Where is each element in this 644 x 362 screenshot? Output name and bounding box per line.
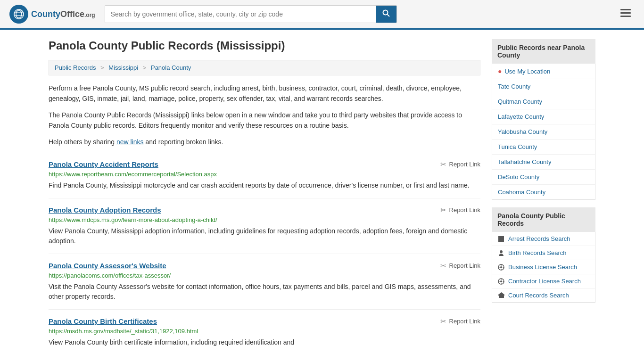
sidebar-county-coahoma[interactable]: Coahoma County: [492, 185, 595, 199]
header-right: [617, 6, 635, 22]
description-3: Help others by sharing new links and rep…: [49, 137, 480, 147]
logo-icon: [9, 5, 28, 24]
record-title[interactable]: Panola County Assessor's Website: [49, 262, 166, 270]
court-icon: [498, 292, 504, 299]
use-location-label: Use My Location: [504, 68, 550, 75]
sidebar-county-lafayette[interactable]: Lafayette County: [492, 109, 595, 124]
contractor-icon: [498, 278, 504, 285]
sidebar-nearby-content: ● Use My Location Tate County Quitman Co…: [492, 64, 595, 200]
record-url[interactable]: https://www.reportbeam.com/ecommerceport…: [49, 171, 480, 178]
description-3-prefix: Help others by sharing: [49, 138, 116, 146]
svg-point-4: [383, 10, 388, 15]
svg-point-17: [500, 280, 502, 282]
breadcrumb-mississippi[interactable]: Mississippi: [108, 64, 138, 71]
page-container: Panola County Public Records (Mississipp…: [39, 30, 605, 362]
birth-records-label: Birth Records Search: [508, 249, 567, 256]
breadcrumb: Public Records > Mississippi > Panola Co…: [49, 60, 480, 75]
business-icon: [498, 264, 504, 271]
search-button[interactable]: [376, 6, 396, 23]
sidebar-records-section: Panola County Public Records Arrest Reco…: [492, 207, 595, 303]
record-item: Panola County Accident Reports ✂ Report …: [49, 153, 480, 198]
record-header: Panola County Adoption Records ✂ Report …: [49, 206, 480, 214]
sidebar-record-contractor[interactable]: Contractor License Search: [492, 274, 595, 288]
sidebar-county-desoto[interactable]: DeSoto County: [492, 170, 595, 185]
sidebar-county-yalobusha[interactable]: Yalobusha County: [492, 124, 595, 140]
site-header: CountyOffice.org: [0, 0, 644, 30]
sidebar-record-birth[interactable]: Birth Records Search: [492, 246, 595, 260]
breadcrumb-panola-county[interactable]: Panola County: [151, 64, 191, 71]
court-records-label: Court Records Search: [508, 292, 569, 299]
sidebar-county-tunica[interactable]: Tunica County: [492, 140, 595, 155]
report-link-button[interactable]: ✂ Report Link: [440, 206, 480, 214]
svg-point-9: [500, 250, 503, 253]
search-input[interactable]: [105, 6, 376, 23]
svg-marker-24: [498, 292, 504, 295]
record-header: Panola County Accident Reports ✂ Report …: [49, 160, 480, 169]
record-desc: Find Panola County, Mississippi motorcyc…: [49, 181, 480, 190]
sidebar-county-tallahatchie[interactable]: Tallahatchie County: [492, 155, 595, 170]
sidebar-records-content: Arrest Records Search Birth Records Sear…: [492, 232, 595, 303]
page-title: Panola County Public Records (Mississipp…: [49, 39, 480, 52]
svg-rect-7: [620, 12, 631, 14]
record-header: Panola County Birth Certificates ✂ Repor…: [49, 317, 480, 326]
use-my-location-link[interactable]: ● Use My Location: [492, 64, 595, 79]
description-2: The Panola County Public Records (Missis…: [49, 110, 480, 131]
sidebar-records-title: Panola County Public Records: [492, 207, 595, 232]
record-header: Panola County Assessor's Website ✂ Repor…: [49, 262, 480, 270]
record-title[interactable]: Panola County Birth Certificates: [49, 317, 157, 325]
sidebar-record-business[interactable]: Business License Search: [492, 260, 595, 274]
record-url[interactable]: https://msdh.ms.gov/msdhsite/_static/31,…: [49, 328, 480, 335]
report-link-label: Report Link: [449, 262, 480, 269]
sidebar: Public Records near Panola County ● Use …: [492, 39, 595, 355]
svg-rect-23: [498, 295, 504, 296]
record-url[interactable]: https://panolacoms.com/offices/tax-asses…: [49, 272, 480, 279]
svg-rect-6: [620, 9, 631, 10]
sidebar-county-quitman[interactable]: Quitman County: [492, 94, 595, 109]
report-icon: ✂: [440, 262, 446, 270]
svg-rect-8: [620, 16, 631, 17]
svg-point-11: [500, 266, 502, 268]
record-desc: View Panola County, Mississippi adoption…: [49, 226, 480, 246]
record-desc: Visit the Panola County Assessor's websi…: [49, 282, 480, 302]
report-link-button[interactable]: ✂ Report Link: [440, 160, 480, 169]
record-item: Panola County Birth Certificates ✂ Repor…: [49, 310, 480, 355]
report-link-label: Report Link: [449, 161, 480, 168]
breadcrumb-sep-1: >: [100, 64, 104, 71]
logo-text: CountyOffice.org: [31, 9, 95, 19]
report-icon: ✂: [440, 317, 446, 326]
description-3-suffix: and reporting broken links.: [144, 138, 223, 146]
location-pin-icon: ●: [498, 67, 502, 75]
site-logo[interactable]: CountyOffice.org: [9, 5, 95, 24]
menu-button[interactable]: [617, 6, 635, 22]
report-link-label: Report Link: [449, 206, 480, 214]
report-icon: ✂: [440, 160, 446, 169]
report-link-button[interactable]: ✂ Report Link: [440, 317, 480, 326]
description-1: Perform a free Panola County, MS public …: [49, 83, 480, 104]
record-title[interactable]: Panola County Adoption Records: [49, 206, 161, 214]
report-link-label: Report Link: [449, 318, 480, 325]
contractor-records-label: Contractor License Search: [508, 278, 581, 285]
sidebar-county-tate[interactable]: Tate County: [492, 79, 595, 94]
arrest-icon: [498, 236, 504, 242]
record-item: Panola County Adoption Records ✂ Report …: [49, 198, 480, 254]
sidebar-record-arrest[interactable]: Arrest Records Search: [492, 232, 595, 246]
record-url[interactable]: https://www.mdcps.ms.gov/learn-more-abou…: [49, 216, 480, 223]
report-icon: ✂: [440, 206, 446, 214]
sidebar-nearby-section: Public Records near Panola County ● Use …: [492, 39, 595, 200]
main-content: Panola County Public Records (Mississipp…: [49, 39, 480, 355]
svg-line-5: [387, 15, 389, 17]
sidebar-record-court[interactable]: Court Records Search: [492, 288, 595, 302]
report-link-button[interactable]: ✂ Report Link: [440, 262, 480, 270]
search-bar: [105, 5, 397, 23]
arrest-records-label: Arrest Records Search: [508, 235, 570, 242]
new-links-link[interactable]: new links: [116, 138, 144, 146]
birth-icon: [498, 250, 504, 256]
record-desc: View Panola County birth certificate inf…: [49, 337, 480, 347]
breadcrumb-sep-2: >: [143, 64, 147, 71]
sidebar-nearby-title: Public Records near Panola County: [492, 39, 595, 64]
business-records-label: Business License Search: [508, 263, 577, 271]
breadcrumb-public-records[interactable]: Public Records: [55, 64, 96, 71]
records-list: Panola County Accident Reports ✂ Report …: [49, 153, 480, 355]
record-item: Panola County Assessor's Website ✂ Repor…: [49, 254, 480, 310]
record-title[interactable]: Panola County Accident Reports: [49, 160, 158, 168]
